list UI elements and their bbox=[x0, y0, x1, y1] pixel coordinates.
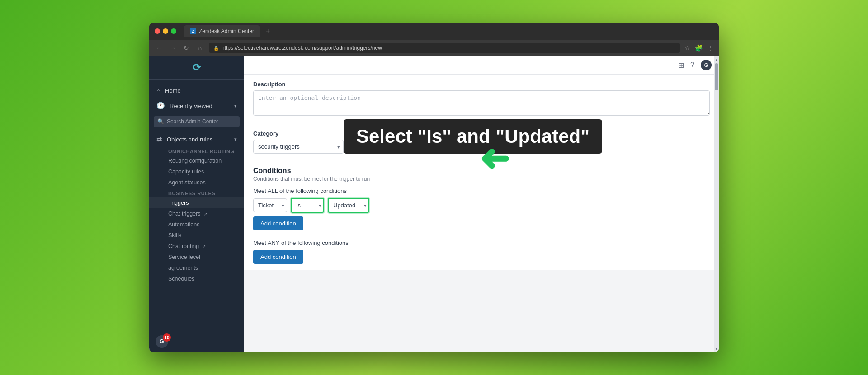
description-field-group: Description bbox=[244, 75, 719, 124]
clock-icon: 🕐 bbox=[156, 102, 165, 110]
condition-row-1: Ticket ▾ Is Is not ▾ bbox=[253, 198, 710, 213]
bookmark-icon[interactable]: ☆ bbox=[684, 44, 690, 52]
topbar-avatar-initials: G bbox=[704, 62, 708, 68]
address-bar-actions: ☆ 🧩 ⋮ bbox=[684, 44, 713, 52]
zendesk-favicon: Z bbox=[190, 28, 196, 34]
scroll-down-icon[interactable]: ▼ bbox=[715, 347, 718, 351]
scroll-thumb[interactable] bbox=[715, 63, 718, 90]
sidebar-logo-area: ⟳ bbox=[149, 56, 244, 80]
sidebar-item-service-level[interactable]: Service level bbox=[149, 252, 244, 262]
external-link-icon: ↗ bbox=[203, 211, 207, 216]
sidebar-item-home[interactable]: ⌂ Home bbox=[149, 83, 244, 98]
conditions-subtitle: Conditions that must be met for the trig… bbox=[253, 176, 710, 182]
sidebar-item-routing-config[interactable]: Routing configuration bbox=[149, 155, 244, 166]
sidebar-item-agreements[interactable]: agreements bbox=[149, 262, 244, 273]
category-field-group: Category security triggers General ▾ bbox=[244, 124, 719, 160]
sidebar-item-capacity-rules[interactable]: Capacity rules bbox=[149, 166, 244, 177]
menu-icon[interactable]: ⋮ bbox=[707, 44, 713, 52]
business-rules-group: Business rules bbox=[149, 188, 244, 197]
close-dot[interactable] bbox=[155, 28, 160, 34]
main-area: ⊞ ? G Description Category securi bbox=[244, 56, 719, 352]
chevron-down-icon: ▾ bbox=[234, 103, 237, 109]
ticket-select[interactable]: Ticket bbox=[253, 198, 287, 212]
scroll-up-icon[interactable]: ▲ bbox=[715, 58, 718, 61]
description-input[interactable] bbox=[253, 90, 710, 116]
sidebar-item-agent-statuses[interactable]: Agent statuses bbox=[149, 177, 244, 188]
objects-icon: ⇄ bbox=[156, 135, 162, 143]
external-link-icon2: ↗ bbox=[202, 244, 206, 249]
home-button[interactable]: ⌂ bbox=[195, 44, 204, 52]
maximize-dot[interactable] bbox=[171, 28, 176, 34]
sidebar-item-automations[interactable]: Automations bbox=[149, 219, 244, 230]
sidebar-item-triggers[interactable]: Triggers bbox=[149, 197, 244, 208]
description-label: Description bbox=[253, 81, 710, 88]
new-tab-button[interactable]: + bbox=[266, 27, 270, 35]
sidebar-item-recently-viewed[interactable]: 🕐 Recently viewed ▾ bbox=[149, 98, 244, 113]
recently-viewed-label: Recently viewed bbox=[170, 103, 212, 109]
minimize-dot[interactable] bbox=[163, 28, 168, 34]
conditions-section: Conditions Conditions that must be met f… bbox=[244, 160, 719, 270]
user-avatar-area: G 10 bbox=[149, 331, 244, 352]
category-select[interactable]: security triggers General bbox=[253, 140, 344, 154]
home-label: Home bbox=[165, 87, 181, 94]
sidebar-item-chat-triggers[interactable]: Chat triggers ↗ bbox=[149, 208, 244, 219]
updated-select-wrap: Updated Created ▾ bbox=[328, 198, 369, 213]
zendesk-logo: ⟳ bbox=[193, 62, 201, 74]
notification-badge: 10 bbox=[163, 333, 171, 342]
forward-button[interactable]: → bbox=[168, 44, 177, 52]
sidebar-search[interactable]: 🔍 bbox=[154, 116, 240, 127]
extensions-icon[interactable]: 🧩 bbox=[695, 44, 703, 52]
sidebar-item-chat-routing[interactable]: Chat routing ↗ bbox=[149, 241, 244, 252]
secure-icon: 🔒 bbox=[213, 46, 219, 51]
omnichannel-group: Omnichannel routing bbox=[149, 146, 244, 155]
url-text: https://selectivehardware.zendesk.com/su… bbox=[222, 45, 382, 51]
back-button[interactable]: ← bbox=[155, 44, 164, 52]
sidebar: ⟳ ⌂ Home 🕐 Recently viewed ▾ 🔍 bbox=[149, 56, 244, 352]
sidebar-section-objects: ⇄ Objects and rules ▾ Omnichannel routin… bbox=[149, 130, 244, 287]
tab-title: Zendesk Admin Center bbox=[199, 28, 254, 34]
sidebar-item-schedules[interactable]: Schedules bbox=[149, 273, 244, 284]
browser-window: Z Zendesk Admin Center + ← → ↻ ⌂ 🔒 https… bbox=[149, 23, 719, 352]
meet-all-label: Meet ALL of the following conditions bbox=[253, 188, 710, 194]
title-bar: Z Zendesk Admin Center + bbox=[149, 23, 719, 40]
url-box[interactable]: 🔒 https://selectivehardware.zendesk.com/… bbox=[209, 43, 680, 53]
traffic-lights bbox=[155, 28, 176, 34]
is-select-wrap: Is Is not ▾ bbox=[291, 198, 324, 213]
search-icon: 🔍 bbox=[157, 118, 164, 125]
grid-icon[interactable]: ⊞ bbox=[678, 61, 684, 70]
sidebar-nav: ⌂ Home 🕐 Recently viewed ▾ 🔍 ⇄ bbox=[149, 80, 244, 291]
help-icon[interactable]: ? bbox=[690, 61, 694, 69]
conditions-title: Conditions bbox=[253, 167, 710, 175]
category-label: Category bbox=[253, 130, 710, 137]
category-select-wrapper: security triggers General ▾ bbox=[253, 140, 344, 154]
app-content: ⟳ ⌂ Home 🕐 Recently viewed ▾ 🔍 bbox=[149, 56, 719, 352]
user-avatar[interactable]: G 10 bbox=[156, 335, 168, 348]
objects-rules-header-left: ⇄ Objects and rules bbox=[156, 135, 212, 143]
sidebar-item-skills[interactable]: Skills bbox=[149, 230, 244, 241]
is-select[interactable]: Is Is not bbox=[291, 198, 324, 213]
address-bar: ← → ↻ ⌂ 🔒 https://selectivehardware.zend… bbox=[149, 40, 719, 56]
meet-any-label: Meet ANY of the following conditions bbox=[253, 239, 710, 246]
objects-chevron-icon: ▾ bbox=[234, 136, 237, 142]
objects-rules-label: Objects and rules bbox=[167, 136, 212, 143]
home-icon: ⌂ bbox=[156, 87, 160, 94]
browser-tab[interactable]: Z Zendesk Admin Center bbox=[184, 25, 260, 37]
refresh-button[interactable]: ↻ bbox=[182, 44, 191, 52]
objects-rules-header[interactable]: ⇄ Objects and rules ▾ bbox=[149, 132, 244, 146]
add-condition-button-any[interactable]: Add condition bbox=[253, 250, 303, 264]
add-condition-button-all[interactable]: Add condition bbox=[253, 216, 303, 230]
topbar-avatar[interactable]: G bbox=[701, 60, 712, 70]
scroll-indicator[interactable]: ▲ ▼ bbox=[714, 56, 719, 352]
ticket-select-wrap: Ticket ▾ bbox=[253, 198, 287, 212]
search-input[interactable] bbox=[167, 118, 236, 125]
service-level-text: Service level bbox=[168, 254, 200, 260]
app-header-icons: ⊞ ? G bbox=[244, 56, 719, 75]
updated-select[interactable]: Updated Created bbox=[328, 198, 369, 213]
form-section: Description Category security triggers G… bbox=[244, 75, 719, 270]
